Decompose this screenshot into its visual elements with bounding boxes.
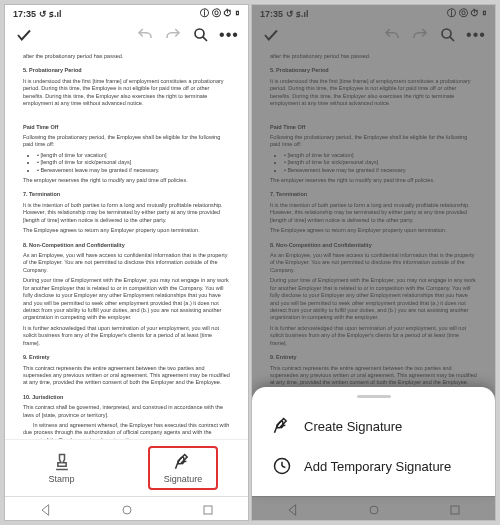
svg-line-1 [203,37,207,41]
signature-button[interactable]: Signature [148,446,219,490]
undo-icon[interactable] [136,26,154,44]
android-nav-bar [252,496,495,520]
toolbar: ••• [5,22,248,50]
more-icon[interactable]: ••• [220,26,238,44]
svg-point-0 [195,29,204,38]
phone-right: 17:35 ↺ ꜱ.ıl ⓘ ⓞ ⏱ ▯ ••• after the proba… [251,4,496,521]
nav-home-icon[interactable] [119,502,135,516]
svg-point-4 [123,506,131,514]
add-temporary-signature-row[interactable]: Add Temporary Signature [252,446,495,486]
svg-marker-3 [42,504,49,515]
svg-rect-5 [204,506,212,514]
android-nav-bar [5,496,248,520]
svg-point-6 [442,29,451,38]
svg-point-12 [370,506,378,514]
redo-icon[interactable] [411,26,429,44]
nav-back-icon[interactable] [38,502,54,516]
search-icon[interactable] [439,26,457,44]
svg-marker-11 [289,504,296,515]
undo-icon[interactable] [383,26,401,44]
redo-icon[interactable] [164,26,182,44]
search-icon[interactable] [192,26,210,44]
status-bar: 17:35 ↺ ꜱ.ıl ⓘ ⓞ ⏱ ▯ [5,5,248,22]
toolbar: ••• [252,22,495,50]
nav-back-icon[interactable] [285,502,301,516]
stamp-button[interactable]: Stamp [35,448,89,488]
tool-bottom-bar: Stamp Signature [5,439,248,496]
svg-rect-13 [451,506,459,514]
document-page: after the probationary period has passed… [5,50,248,439]
nav-home-icon[interactable] [366,502,382,516]
confirm-icon[interactable] [262,26,280,44]
confirm-icon[interactable] [15,26,33,44]
status-bar: 17:35 ↺ ꜱ.ıl ⓘ ⓞ ⏱ ▯ [252,5,495,22]
create-signature-row[interactable]: Create Signature [252,406,495,446]
sheet-handle[interactable] [357,395,391,398]
nav-recent-icon[interactable] [447,502,463,516]
nav-recent-icon[interactable] [200,502,216,516]
signature-bottom-sheet: Create Signature Add Temporary Signature [252,387,495,496]
svg-line-7 [450,37,454,41]
svg-line-10 [282,466,285,468]
phone-left: 17:35 ↺ ꜱ.ıl ⓘ ⓞ ⏱ ▯ ••• after the proba… [4,4,249,521]
more-icon[interactable]: ••• [467,26,485,44]
